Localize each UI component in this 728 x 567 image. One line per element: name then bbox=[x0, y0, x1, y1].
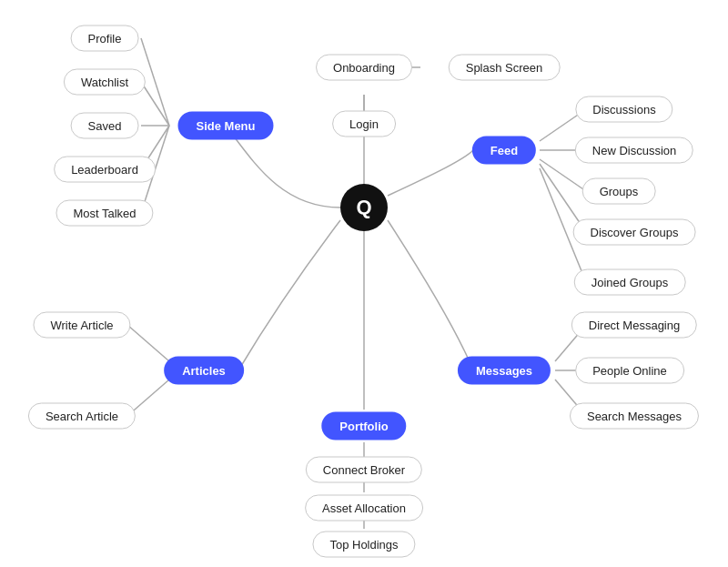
asset-allocation-label: Asset Allocation bbox=[305, 495, 423, 521]
groups-node[interactable]: Groups bbox=[582, 178, 656, 205]
login-node[interactable]: Login bbox=[332, 111, 396, 137]
center-node: Q bbox=[340, 184, 388, 231]
onboarding-node[interactable]: Onboarding bbox=[316, 55, 412, 81]
direct-messaging-node[interactable]: Direct Messaging bbox=[571, 312, 697, 339]
write-article-node[interactable]: Write Article bbox=[33, 312, 130, 339]
new-discussion-node[interactable]: New Discussion bbox=[575, 137, 693, 164]
feed-label: Feed bbox=[472, 137, 536, 165]
portfolio-label: Portfolio bbox=[321, 412, 406, 440]
svg-line-13 bbox=[127, 325, 169, 361]
search-article-label: Search Article bbox=[28, 403, 136, 430]
connect-broker-node[interactable]: Connect Broker bbox=[306, 457, 422, 483]
top-holdings-label: Top Holdings bbox=[312, 532, 415, 558]
splash-screen-label: Splash Screen bbox=[449, 55, 561, 81]
search-article-node[interactable]: Search Article bbox=[28, 403, 136, 430]
center-label: Q bbox=[340, 184, 388, 231]
profile-label: Profile bbox=[71, 25, 139, 52]
watchlist-label: Watchlist bbox=[64, 69, 146, 96]
side-menu-label: Side Menu bbox=[177, 112, 273, 140]
people-online-node[interactable]: People Online bbox=[575, 358, 684, 384]
direct-messaging-label: Direct Messaging bbox=[571, 312, 697, 339]
messages-label: Messages bbox=[458, 357, 551, 385]
articles-node[interactable]: Articles bbox=[164, 357, 244, 385]
most-talked-node[interactable]: Most Talked bbox=[56, 200, 153, 227]
login-label: Login bbox=[332, 111, 396, 137]
joined-groups-label: Joined Groups bbox=[574, 269, 686, 296]
groups-label: Groups bbox=[582, 178, 656, 205]
feed-node[interactable]: Feed bbox=[472, 137, 536, 165]
new-discussion-label: New Discussion bbox=[575, 137, 693, 164]
svg-line-10 bbox=[540, 159, 586, 191]
mindmap-canvas: Q Side Menu Profile Watchlist Saved Lead… bbox=[0, 0, 728, 567]
portfolio-node[interactable]: Portfolio bbox=[321, 412, 406, 440]
discussions-label: Discussions bbox=[575, 96, 672, 123]
connect-broker-label: Connect Broker bbox=[306, 457, 422, 483]
saved-label: Saved bbox=[71, 113, 139, 139]
onboarding-label: Onboarding bbox=[316, 55, 412, 81]
watchlist-node[interactable]: Watchlist bbox=[64, 69, 146, 96]
write-article-label: Write Article bbox=[33, 312, 130, 339]
leaderboard-label: Leaderboard bbox=[54, 157, 156, 183]
side-menu-node[interactable]: Side Menu bbox=[177, 112, 273, 140]
messages-node[interactable]: Messages bbox=[458, 357, 551, 385]
discover-groups-node[interactable]: Discover Groups bbox=[573, 219, 696, 246]
profile-node[interactable]: Profile bbox=[71, 25, 139, 52]
search-messages-node[interactable]: Search Messages bbox=[570, 403, 699, 430]
articles-label: Articles bbox=[164, 357, 244, 385]
most-talked-label: Most Talked bbox=[56, 200, 153, 227]
leaderboard-node[interactable]: Leaderboard bbox=[54, 157, 156, 183]
joined-groups-node[interactable]: Joined Groups bbox=[574, 269, 686, 296]
search-messages-label: Search Messages bbox=[570, 403, 699, 430]
top-holdings-node[interactable]: Top Holdings bbox=[312, 532, 415, 558]
discover-groups-label: Discover Groups bbox=[573, 219, 696, 246]
splash-screen-node[interactable]: Splash Screen bbox=[449, 55, 561, 81]
people-online-label: People Online bbox=[575, 358, 684, 384]
saved-node[interactable]: Saved bbox=[71, 113, 139, 139]
asset-allocation-node[interactable]: Asset Allocation bbox=[305, 495, 423, 521]
discussions-node[interactable]: Discussions bbox=[575, 96, 672, 123]
